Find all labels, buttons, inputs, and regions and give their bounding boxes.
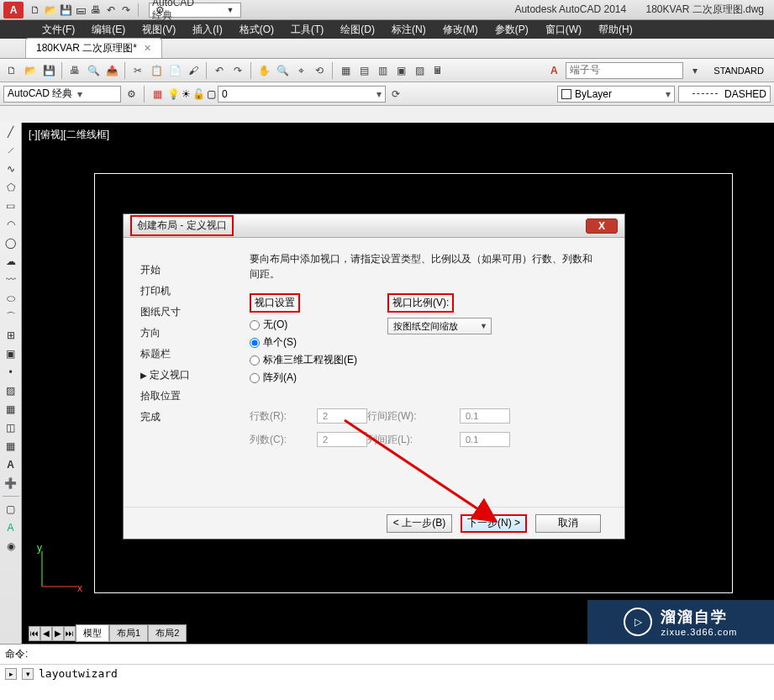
print-icon[interactable]: 🖶 bbox=[89, 3, 103, 17]
arc-icon[interactable]: ◠ bbox=[3, 217, 19, 232]
command-line[interactable]: 命令: ▸ ▾ layoutwizard bbox=[0, 644, 774, 700]
nav-start[interactable]: 开始 bbox=[140, 261, 250, 279]
rows-input[interactable]: 2 bbox=[317, 408, 367, 424]
open-button[interactable]: 📂 bbox=[22, 62, 39, 79]
workspace-search[interactable]: ⚙ AutoCAD 经典 ▼ bbox=[149, 3, 241, 18]
addselected-icon[interactable]: ➕ bbox=[3, 476, 19, 491]
text-style-icon[interactable]: A bbox=[545, 62, 562, 79]
preview-button[interactable]: 🔍 bbox=[85, 62, 102, 79]
col-spacing-input[interactable]: 0.1 bbox=[460, 432, 510, 447]
nav-paper[interactable]: 图纸尺寸 bbox=[140, 303, 250, 321]
properties-button[interactable]: ▦ bbox=[337, 62, 354, 79]
menu-file[interactable]: 文件(F) bbox=[34, 20, 83, 39]
command-input-text[interactable]: layoutwizard bbox=[39, 667, 118, 680]
spline-icon[interactable]: ∿ bbox=[3, 161, 19, 176]
zoom-window-button[interactable]: ⌖ bbox=[292, 62, 309, 79]
redo-button[interactable]: ↷ bbox=[229, 62, 246, 79]
cols-input[interactable]: 2 bbox=[317, 432, 367, 447]
line-icon[interactable]: ╱ bbox=[3, 124, 19, 139]
text-style-dropdown-icon[interactable]: ▾ bbox=[687, 62, 703, 79]
match-button[interactable]: 🖌 bbox=[185, 62, 202, 79]
tab-first-icon[interactable]: ⏮ bbox=[29, 626, 40, 641]
layer-manager-icon[interactable]: ▦ bbox=[149, 86, 166, 103]
circle-icon[interactable]: ◯ bbox=[3, 235, 19, 250]
insert-block-icon[interactable]: ⊞ bbox=[3, 328, 19, 343]
rectangle-icon[interactable]: ▭ bbox=[3, 198, 19, 213]
make-block-icon[interactable]: ▣ bbox=[3, 346, 19, 361]
save-button[interactable]: 💾 bbox=[40, 62, 57, 79]
tab-last-icon[interactable]: ⏭ bbox=[64, 626, 76, 641]
command-input-row[interactable]: ▸ ▾ layoutwizard bbox=[0, 664, 774, 682]
radio-array[interactable]: 阵列(A) bbox=[250, 371, 357, 385]
tab-model[interactable]: 模型 bbox=[76, 624, 109, 642]
redo-icon[interactable]: ↷ bbox=[119, 3, 133, 17]
command-history-icon[interactable]: ▸ bbox=[5, 668, 17, 680]
undo-button[interactable]: ↶ bbox=[211, 62, 228, 79]
undo-icon[interactable]: ↶ bbox=[104, 3, 118, 17]
mtext-icon[interactable]: A bbox=[3, 457, 19, 472]
tab-layout1[interactable]: 布局1 bbox=[109, 624, 148, 642]
saveas-icon[interactable]: 🖴 bbox=[74, 3, 87, 17]
lock-icon[interactable]: 🔓 bbox=[192, 88, 205, 100]
viewport-scale-select[interactable]: 按图纸空间缩放 bbox=[387, 318, 492, 334]
cut-button[interactable]: ✂ bbox=[129, 62, 146, 79]
color-swatch-icon[interactable]: ▢ bbox=[207, 88, 216, 100]
dim-icon[interactable]: ◉ bbox=[3, 539, 19, 554]
new-button[interactable]: 🗋 bbox=[3, 62, 20, 79]
tool-palettes-button[interactable]: ▥ bbox=[374, 62, 391, 79]
sun-icon[interactable]: ☀ bbox=[182, 88, 191, 100]
menu-insert[interactable]: 插入(I) bbox=[184, 20, 230, 39]
linetype-combo[interactable]: DASHED bbox=[678, 86, 771, 103]
designcenter-button[interactable]: ▤ bbox=[355, 62, 372, 79]
markup-button[interactable]: ▨ bbox=[411, 62, 428, 79]
tab-next-icon[interactable]: ▶ bbox=[52, 626, 64, 641]
spline2-icon[interactable]: 〰 bbox=[3, 272, 19, 287]
publish-button[interactable]: 📤 bbox=[103, 62, 120, 79]
menu-dimension[interactable]: 标注(N) bbox=[383, 20, 434, 39]
menu-window[interactable]: 窗口(W) bbox=[537, 20, 590, 39]
dialog-titlebar[interactable]: 创建布局 - 定义视口 X bbox=[124, 214, 624, 238]
nav-printer[interactable]: 打印机 bbox=[140, 282, 250, 300]
mtext2-icon[interactable]: A bbox=[3, 520, 19, 535]
layer-combo[interactable]: 0 ▾ bbox=[218, 86, 386, 103]
nav-viewports[interactable]: 定义视口 bbox=[140, 366, 250, 384]
menu-tools[interactable]: 工具(T) bbox=[282, 20, 332, 39]
nav-finish[interactable]: 完成 bbox=[140, 408, 250, 426]
back-button[interactable]: < 上一步(B) bbox=[387, 514, 452, 533]
open-icon[interactable]: 📂 bbox=[44, 3, 57, 17]
nav-orientation[interactable]: 方向 bbox=[140, 324, 250, 342]
menu-draw[interactable]: 绘图(D) bbox=[332, 20, 383, 39]
revcloud-icon[interactable]: ☁ bbox=[3, 254, 19, 269]
save-icon[interactable]: 💾 bbox=[59, 3, 72, 17]
color-combo[interactable]: ByLayer ▾ bbox=[557, 86, 675, 103]
hatch-icon[interactable]: ▨ bbox=[3, 383, 19, 398]
cancel-button[interactable]: 取消 bbox=[535, 514, 601, 533]
workspace-combo[interactable]: AutoCAD 经典 ▾ bbox=[3, 86, 121, 103]
copy-button[interactable]: 📋 bbox=[148, 62, 165, 79]
polyline-icon[interactable]: ⟋ bbox=[3, 143, 19, 158]
ellipse-icon[interactable]: ⬭ bbox=[3, 291, 19, 306]
quickcalc-button[interactable]: 🖩 bbox=[429, 62, 446, 79]
gradient-icon[interactable]: ▦ bbox=[3, 402, 19, 417]
block-icon[interactable]: ▢ bbox=[3, 502, 19, 517]
plot-button[interactable]: 🖶 bbox=[66, 62, 83, 79]
radio-none[interactable]: 无(O) bbox=[250, 318, 357, 332]
nav-titleblock[interactable]: 标题栏 bbox=[140, 345, 250, 363]
menu-help[interactable]: 帮助(H) bbox=[590, 20, 641, 39]
ellipse-arc-icon[interactable]: ⌒ bbox=[3, 309, 19, 324]
menu-modify[interactable]: 修改(M) bbox=[434, 20, 487, 39]
polygon-icon[interactable]: ⬠ bbox=[3, 180, 19, 195]
tab-prev-icon[interactable]: ◀ bbox=[40, 626, 52, 641]
radio-std3d[interactable]: 标准三维工程视图(E) bbox=[250, 353, 357, 367]
zoom-prev-button[interactable]: ⟲ bbox=[311, 62, 328, 79]
document-tab[interactable]: 180KVAR 二次原理图* ✕ bbox=[25, 38, 162, 58]
menu-format[interactable]: 格式(O) bbox=[231, 20, 282, 39]
bulb-icon[interactable]: 💡 bbox=[167, 88, 180, 100]
pan-button[interactable]: ✋ bbox=[255, 62, 272, 79]
new-icon[interactable]: 🗋 bbox=[29, 3, 42, 17]
command-recent-icon[interactable]: ▾ bbox=[22, 668, 34, 680]
layer-match-icon[interactable]: ⟳ bbox=[387, 86, 404, 103]
sheet-set-button[interactable]: ▣ bbox=[392, 62, 409, 79]
zoom-button[interactable]: 🔍 bbox=[274, 62, 291, 79]
quick-access-toolbar[interactable]: 🗋 📂 💾 🖴 🖶 ↶ ↷ ⚙ AutoCAD 经典 ▼ bbox=[29, 3, 241, 18]
